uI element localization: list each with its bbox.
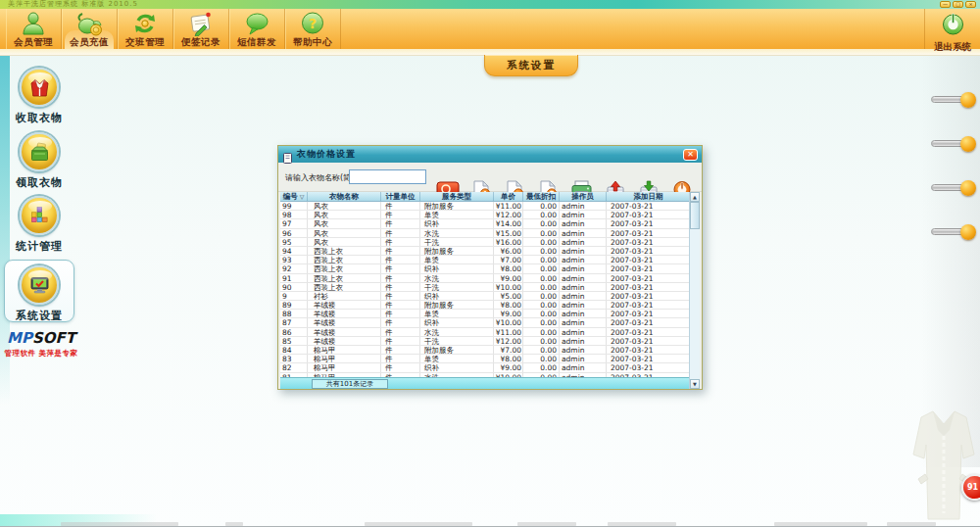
dialog-close-button[interactable]: ✕ (683, 149, 698, 161)
cell-operator: admin (560, 292, 607, 300)
sidebar-item-statistics[interactable]: 统计管理 (0, 196, 78, 254)
svg-text:?: ? (309, 16, 317, 31)
cell-unit: 件 (381, 328, 420, 336)
toolbar-notes-button[interactable]: 便签记录 (173, 9, 229, 49)
cell-operator: admin (560, 318, 607, 326)
table-row[interactable]: 85 羊绒褛 件 干洗 ¥12.00 0.00 admin 2007-03-21 (280, 337, 691, 346)
exit-system-button[interactable]: 退出系统 (924, 9, 980, 49)
column-header: 衣物名称 (308, 192, 381, 201)
table-row[interactable]: 98 风衣 件 单烫 ¥12.00 0.00 admin 2007-03-21 (280, 211, 691, 219)
stats-icon (20, 196, 59, 235)
cell-clothing-name: 西装上衣 (308, 283, 381, 291)
sidebar-item-pickup-clothes[interactable]: 领取衣物 (0, 132, 78, 190)
table-row[interactable]: 99 风衣 件 附加服务 ¥11.00 0.00 admin 2007-03-2… (280, 202, 691, 211)
cell-clothing-name: 风衣 (308, 219, 381, 227)
maximize-button[interactable]: □ (953, 1, 963, 8)
table-row[interactable]: 95 风衣 件 干洗 ¥16.00 0.00 admin 2007-03-21 (280, 238, 691, 247)
binder-ring (931, 224, 978, 240)
cell-min-discount: 0.00 (523, 283, 560, 291)
table-row[interactable]: 97 风衣 件 织补 ¥14.00 0.00 admin 2007-03-21 (280, 219, 691, 228)
scroll-down-icon[interactable]: ▼ (690, 379, 700, 389)
record-count: 共有101条记录 (312, 379, 388, 389)
cell-add-date: 2007-03-21 (607, 310, 691, 317)
table-row[interactable]: 94 西装上衣 件 附加服务 ¥6.00 0.00 admin 2007-03-… (280, 247, 691, 256)
cell-unit: 件 (381, 219, 420, 227)
cell-unit-price: ¥8.00 (494, 301, 523, 309)
scroll-up-icon[interactable]: ▲ (690, 192, 700, 202)
cell-unit-price: ¥9.00 (494, 310, 523, 317)
toolbar-recharge-button[interactable]: 会员充值 (62, 9, 118, 49)
toolbar-sms-button[interactable]: 短信群发 (229, 9, 285, 49)
sidebar-item-receive-clothes[interactable]: 收取衣物 (0, 68, 78, 125)
minimize-button[interactable]: — (940, 1, 951, 8)
cell-min-discount: 0.00 (523, 337, 560, 345)
binder-ring (931, 92, 978, 108)
cell-id: 92 (280, 264, 308, 272)
cell-unit: 件 (381, 292, 420, 300)
cell-service-type: 附加服务 (420, 301, 494, 309)
cell-add-date: 2007-03-21 (607, 292, 691, 300)
cell-unit: 件 (381, 247, 420, 255)
dialog-titlebar[interactable]: 衣物价格设置 ✕ (278, 146, 702, 163)
table-row[interactable]: 83 棉马甲 件 单烫 ¥8.00 0.00 admin 2007-03-21 (280, 355, 691, 363)
cell-service-type: 织补 (420, 363, 494, 371)
table-header[interactable]: 编号▽ 衣物名称 计量单位 服务类型 单价 最低折扣 操作员 添加日期 (280, 192, 691, 202)
window-title: 美萍干洗店管理系统 标准版 2010.5 (8, 0, 138, 9)
scrollbar-thumb[interactable] (690, 202, 700, 229)
toolbar-help-button[interactable]: ? 帮助中心 (285, 9, 341, 49)
coat-watermark (904, 404, 980, 527)
cell-unit: 件 (381, 264, 420, 272)
cell-unit: 件 (381, 256, 420, 264)
cell-operator: admin (560, 310, 607, 317)
cell-unit-price: ¥7.00 (494, 346, 523, 354)
table-row[interactable]: 93 西装上衣 件 单烫 ¥7.00 0.00 admin 2007-03-21 (280, 256, 691, 264)
cell-clothing-name: 西装上衣 (308, 256, 381, 264)
cell-id: 86 (280, 328, 308, 336)
member-icon (21, 11, 46, 36)
cell-id: 87 (280, 318, 308, 326)
cell-add-date: 2007-03-21 (607, 301, 691, 309)
cell-service-type: 织补 (420, 292, 494, 300)
toolbar-shift-button[interactable]: 交班管理 (118, 9, 173, 49)
column-header: 计量单位 (381, 192, 420, 201)
cell-clothing-name: 衬衫 (308, 292, 381, 300)
cell-operator: admin (560, 264, 607, 272)
cell-clothing-name: 棉马甲 (308, 355, 381, 362)
table-body: 99 风衣 件 附加服务 ¥11.00 0.00 admin 2007-03-2… (280, 202, 691, 377)
brand-slogan: 管理软件 美萍是专家 (0, 349, 82, 359)
sidebar-item-label: 系统设置 (0, 309, 78, 323)
column-header: 添加日期 (607, 192, 691, 201)
cell-unit: 件 (381, 346, 420, 354)
cell-add-date: 2007-03-21 (607, 229, 691, 237)
dialog-title-icon (282, 149, 293, 160)
table-row[interactable]: 89 羊绒褛 件 附加服务 ¥8.00 0.00 admin 2007-03-2… (280, 301, 691, 310)
table-row[interactable]: 84 棉马甲 件 附加服务 ¥7.00 0.00 admin 2007-03-2… (280, 346, 691, 355)
cell-clothing-name: 西装上衣 (308, 247, 381, 255)
table-row[interactable]: 90 西装上衣 件 干洗 ¥10.00 0.00 admin 2007-03-2… (280, 283, 691, 292)
table-row[interactable]: 86 羊绒褛 件 水洗 ¥11.00 0.00 admin 2007-03-21 (280, 328, 691, 337)
clothing-name-input[interactable] (349, 169, 426, 184)
table-row[interactable]: 91 西装上衣 件 水洗 ¥9.00 0.00 admin 2007-03-21 (280, 274, 691, 283)
table-row[interactable]: 96 风衣 件 水洗 ¥15.00 0.00 admin 2007-03-21 (280, 229, 691, 238)
cell-operator: admin (560, 283, 607, 291)
cell-clothing-name: 羊绒褛 (308, 328, 381, 336)
sidebar-item-system-settings[interactable]: 系统设置 (0, 265, 78, 323)
cell-unit-price: ¥11.00 (494, 328, 523, 336)
cell-clothing-name: 棉马甲 (308, 363, 381, 371)
cell-service-type: 单烫 (420, 211, 494, 218)
toolbar-notes-label: 便签记录 (181, 36, 220, 49)
table-row[interactable]: 88 羊绒褛 件 单烫 ¥9.00 0.00 admin 2007-03-21 (280, 310, 691, 318)
cell-unit-price: ¥11.00 (494, 202, 523, 210)
vertical-scrollbar[interactable]: ▲ ▼ (689, 192, 700, 389)
toolbar-member-button[interactable]: 会员管理 (6, 9, 62, 49)
table-row[interactable]: 9 衬衫 件 织补 ¥5.00 0.00 admin 2007-03-21 (280, 292, 691, 301)
table-row[interactable]: 92 西装上衣 件 织补 ¥8.00 0.00 admin 2007-03-21 (280, 264, 691, 273)
table-row[interactable]: 87 羊绒褛 件 织补 ¥10.00 0.00 admin 2007-03-21 (280, 318, 691, 327)
cell-operator: admin (560, 337, 607, 345)
close-button[interactable]: × (965, 1, 976, 8)
table-row[interactable]: 82 棉马甲 件 织补 ¥9.00 0.00 admin 2007-03-21 (280, 363, 691, 372)
cell-id: 98 (280, 211, 308, 218)
tab-system-settings[interactable]: 系统设置 (484, 55, 578, 76)
cell-clothing-name: 西装上衣 (308, 274, 381, 282)
cell-service-type: 水洗 (420, 274, 494, 282)
